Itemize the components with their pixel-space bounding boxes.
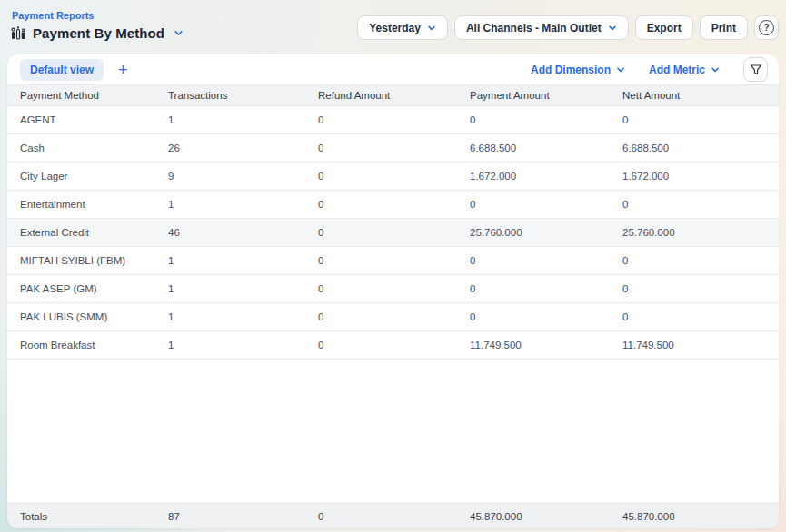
cell-refund: 0 <box>318 311 470 322</box>
header-controls: Yesterday All Channels - Main Outlet Exp… <box>357 15 779 40</box>
cell-transactions: 1 <box>168 114 318 125</box>
cell-nett: 6.688.500 <box>622 143 779 153</box>
cell-refund: 0 <box>318 199 470 210</box>
print-label: Print <box>711 22 736 34</box>
add-dimension-label: Add Dimension <box>531 64 611 76</box>
title-row: Payment By Method <box>11 25 184 41</box>
export-button[interactable]: Export <box>635 15 693 40</box>
top-header: Payment Reports Payment By Method Yester… <box>0 0 786 54</box>
add-view-button[interactable]: + <box>118 62 128 78</box>
column-header-payment-method: Payment Method <box>20 90 168 101</box>
report-card: Default view + Add Dimension Add Metric … <box>7 54 779 528</box>
cell-transactions: 9 <box>168 171 318 182</box>
table-row[interactable]: Room Breakfast1011.749.50011.749.500 <box>7 331 779 360</box>
totals-row: Totals 87 0 45.870.000 45.870.000 <box>7 503 779 528</box>
add-metric-label: Add Metric <box>649 64 705 76</box>
chevron-down-icon <box>427 24 436 33</box>
cell-nett: 0 <box>622 255 779 266</box>
date-filter-label: Yesterday <box>369 22 421 34</box>
column-header-transactions: Transactions <box>168 90 318 101</box>
cell-transactions: 26 <box>168 143 318 153</box>
cell-refund: 0 <box>318 171 470 182</box>
cell-method: PAK ASEP (GM) <box>20 283 168 294</box>
funnel-icon <box>750 64 762 76</box>
column-header-nett-amount: Nett Amount <box>622 90 779 101</box>
filter-button[interactable] <box>743 57 768 82</box>
cell-payment: 6.688.500 <box>470 143 622 153</box>
page-title: Payment By Method <box>33 25 164 41</box>
cell-refund: 0 <box>318 283 470 294</box>
table-body: AGENT1000Cash2606.688.5006.688.500City L… <box>7 106 779 360</box>
cell-transactions: 1 <box>168 283 318 294</box>
channel-filter-dropdown[interactable]: All Channels - Main Outlet <box>454 15 629 40</box>
cell-payment: 0 <box>470 283 622 294</box>
table-header-row: Payment Method Transactions Refund Amoun… <box>7 84 779 106</box>
help-button[interactable]: ? <box>754 15 779 40</box>
table-row[interactable]: Cash2606.688.5006.688.500 <box>7 134 779 163</box>
cell-method: Entertainment <box>20 199 168 210</box>
cell-method: Cash <box>20 143 168 153</box>
add-dimension-dropdown[interactable]: Add Dimension <box>531 64 625 76</box>
table-empty-space <box>7 360 779 503</box>
add-metric-dropdown[interactable]: Add Metric <box>649 64 720 76</box>
channel-filter-label: All Channels - Main Outlet <box>466 22 602 34</box>
cell-nett: 25.760.000 <box>622 227 779 238</box>
chevron-down-icon <box>711 65 720 74</box>
cell-transactions: 1 <box>168 311 318 322</box>
toolbar-right: Add Dimension Add Metric <box>531 57 768 82</box>
cell-payment: 0 <box>470 255 622 266</box>
cell-refund: 0 <box>318 143 470 153</box>
cell-nett: 11.749.500 <box>622 340 779 350</box>
column-header-refund-amount: Refund Amount <box>318 90 470 101</box>
cell-refund: 0 <box>318 227 470 238</box>
table-row[interactable]: PAK ASEP (GM)1000 <box>7 275 779 303</box>
table-row[interactable]: Entertainment1000 <box>7 191 779 219</box>
cell-method: MIFTAH SYIBLI (FBM) <box>20 255 168 266</box>
totals-nett: 45.870.000 <box>622 511 779 522</box>
default-view-tab[interactable]: Default view <box>20 59 104 81</box>
table-row[interactable]: PAK LUBIS (SMM)1000 <box>7 303 779 331</box>
view-toolbar: Default view + Add Dimension Add Metric <box>7 54 779 84</box>
totals-label: Totals <box>20 511 168 522</box>
totals-refund: 0 <box>318 511 470 522</box>
cell-transactions: 1 <box>168 255 318 266</box>
cell-payment: 25.760.000 <box>470 227 622 238</box>
cell-nett: 1.672.000 <box>622 171 779 182</box>
cell-method: PAK LUBIS (SMM) <box>20 311 168 322</box>
cell-method: Room Breakfast <box>20 340 168 350</box>
help-icon: ? <box>759 20 774 35</box>
table-row[interactable]: MIFTAH SYIBLI (FBM)1000 <box>7 247 779 275</box>
cell-transactions: 46 <box>168 227 318 238</box>
table-row[interactable]: AGENT1000 <box>7 106 779 134</box>
breadcrumb[interactable]: Payment Reports <box>12 10 94 21</box>
cell-transactions: 1 <box>168 340 318 350</box>
report-switcher-chevron-icon[interactable] <box>174 28 184 38</box>
cell-refund: 0 <box>318 255 470 266</box>
cell-payment: 0 <box>470 199 622 210</box>
column-header-payment-amount: Payment Amount <box>470 90 622 101</box>
cell-payment: 1.672.000 <box>470 171 622 182</box>
chevron-down-icon <box>608 24 617 33</box>
chevron-down-icon <box>616 65 625 74</box>
totals-transactions: 87 <box>168 511 318 522</box>
cell-payment: 0 <box>470 311 622 322</box>
cell-nett: 0 <box>622 283 779 294</box>
cell-method: External Credit <box>20 227 168 238</box>
cell-transactions: 1 <box>168 199 318 210</box>
cell-nett: 0 <box>622 114 779 125</box>
cell-payment: 0 <box>470 114 622 125</box>
date-filter-dropdown[interactable]: Yesterday <box>357 15 448 40</box>
table-row[interactable]: City Lager901.672.0001.672.000 <box>7 163 779 191</box>
totals-payment: 45.870.000 <box>470 511 622 522</box>
table-row[interactable]: External Credit46025.760.00025.760.000 <box>7 219 779 247</box>
export-label: Export <box>647 22 682 34</box>
cell-refund: 0 <box>318 340 470 350</box>
cell-method: City Lager <box>20 171 168 182</box>
cell-nett: 0 <box>622 199 779 210</box>
cell-nett: 0 <box>622 311 779 322</box>
bar-chart-icon <box>11 26 26 40</box>
cell-method: AGENT <box>20 114 168 125</box>
cell-refund: 0 <box>318 114 470 125</box>
cell-payment: 11.749.500 <box>470 340 622 350</box>
print-button[interactable]: Print <box>700 15 748 40</box>
